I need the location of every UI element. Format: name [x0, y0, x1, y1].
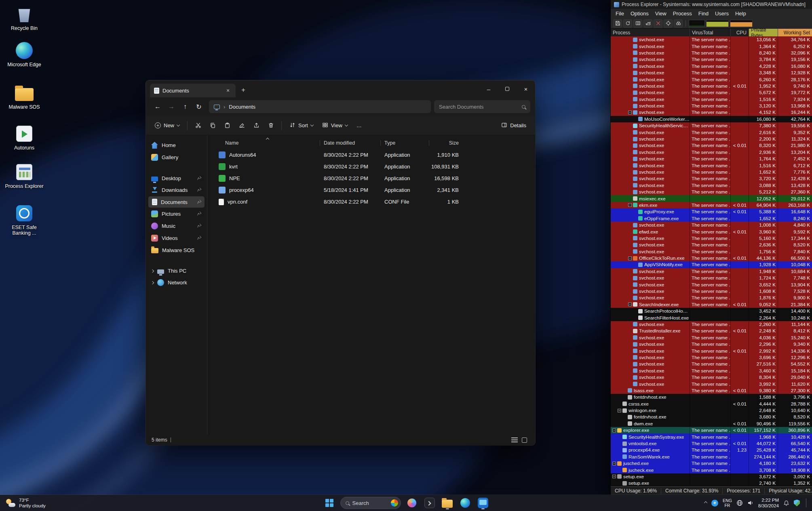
- tray-icon-security[interactable]: [794, 500, 800, 507]
- copy-button[interactable]: [206, 119, 219, 132]
- process-row[interactable]: svchost.exeThe server name ...3,696 K12,…: [611, 354, 812, 361]
- process-row[interactable]: vmtoolsd.exeThe server name ...< 0.0144,…: [611, 440, 812, 447]
- process-row[interactable]: svchost.exeThe server name ...5,160 K17,…: [611, 235, 812, 242]
- process-row[interactable]: AppVShNotify.exeThe server name ...1,928…: [611, 261, 812, 268]
- chevron-right-icon[interactable]: [151, 269, 154, 272]
- details-view-icon[interactable]: [511, 437, 518, 442]
- process-row[interactable]: −winlogon.exe2,648 K10,640 K: [611, 407, 812, 414]
- more-options-button[interactable]: …: [352, 120, 366, 131]
- new-button[interactable]: + New: [151, 120, 183, 131]
- column-header-working-set[interactable]: Working Set: [778, 29, 812, 36]
- column-header-name[interactable]: Name: [215, 137, 320, 149]
- taskbar-clock[interactable]: 2:22 PM 8/30/2024: [758, 497, 779, 509]
- process-row[interactable]: svchost.exeThe server name ...5,212 K27,…: [611, 189, 812, 195]
- process-row[interactable]: setup.exe2,740 K1,352 K: [611, 480, 812, 486]
- find-handle-button[interactable]: [674, 19, 683, 27]
- process-row[interactable]: svchost.exeThe server name ...< 0.012,99…: [611, 347, 812, 354]
- copilot-button[interactable]: [405, 496, 419, 510]
- process-row[interactable]: svchost.exeThe server name ...27,516 K54…: [611, 361, 812, 367]
- tray-icon-eset[interactable]: e: [711, 500, 718, 507]
- process-row[interactable]: svchost.exeThe server name ...1,652 K7,7…: [611, 169, 812, 175]
- close-button[interactable]: ×: [517, 80, 535, 97]
- menu-find[interactable]: Find: [695, 11, 712, 17]
- tree-collapse-icon[interactable]: −: [612, 429, 616, 432]
- tree-collapse-icon[interactable]: −: [628, 303, 632, 306]
- io-graph[interactable]: [730, 20, 753, 27]
- process-row[interactable]: svchost.exeThe server name ...1,516 K6,7…: [611, 162, 812, 168]
- minimize-button[interactable]: –: [479, 80, 498, 97]
- volume-icon[interactable]: [747, 500, 754, 506]
- process-row[interactable]: −svchost.exeThe server name ...4,152 K16…: [611, 109, 812, 116]
- refresh-button[interactable]: ↻: [192, 100, 206, 113]
- process-row[interactable]: svchost.exeThe server name ...1,876 K9,9…: [611, 294, 812, 301]
- process-row[interactable]: svchost.exeThe server name ...3,088 K13,…: [611, 182, 812, 189]
- explorer-tab-documents[interactable]: Documents ×: [150, 84, 236, 97]
- process-row[interactable]: svchost.exeThe server name ...1,764 K7,4…: [611, 156, 812, 162]
- process-row[interactable]: csrss.exe< 0.014,444 K28,788 K: [611, 400, 812, 407]
- process-row[interactable]: −setup.exe3,672 K3,092 K: [611, 473, 812, 480]
- process-row[interactable]: svchost.exeThe server name ...1,008 K4,8…: [611, 222, 812, 228]
- sidebar-item-malware-sos[interactable]: Malware SOS: [148, 244, 205, 256]
- process-row[interactable]: svchost.exeThe server name ...4,036 K15,…: [611, 334, 812, 341]
- process-row[interactable]: svchost.exeThe server name ...6,260 K28,…: [611, 76, 812, 82]
- menu-options[interactable]: Options: [627, 11, 652, 17]
- process-row[interactable]: svchost.exeThe server name ...13,056 K34…: [611, 36, 812, 43]
- process-row[interactable]: svchost.exeThe server name ...3,460 K15,…: [611, 368, 812, 374]
- process-row[interactable]: eguiProxy.exeThe server name ...< 0.015,…: [611, 208, 812, 215]
- file-row[interactable]: vpn.conf8/30/2024 2:22 PMCONF File1 KB: [215, 196, 535, 208]
- menu-file[interactable]: File: [612, 11, 627, 17]
- process-row[interactable]: msiexec.exe12,052 K29,012 K: [611, 195, 812, 202]
- sidebar-item-network[interactable]: Network: [148, 277, 205, 288]
- sidebar-item-desktop[interactable]: Desktop: [148, 173, 205, 184]
- menu-help[interactable]: Help: [732, 11, 749, 17]
- taskbar-search[interactable]: Search: [340, 497, 401, 509]
- column-header-size[interactable]: Size: [429, 137, 469, 149]
- process-row[interactable]: svchost.exeThe server name ...1,516 K7,9…: [611, 96, 812, 103]
- tree-collapse-icon[interactable]: −: [628, 111, 632, 114]
- desktop-icon-eset[interactable]: ESET Safe Banking ...: [4, 204, 44, 236]
- cpu-graph[interactable]: [689, 20, 705, 27]
- column-header-virustotal[interactable]: VirusTotal: [690, 29, 731, 36]
- breadcrumb[interactable]: › Documents: [209, 100, 431, 113]
- tree-collapse-icon[interactable]: −: [628, 203, 632, 207]
- weather-widget[interactable]: 73°F Partly cloudy: [0, 495, 51, 511]
- save-button[interactable]: [613, 19, 622, 27]
- tree-collapse-icon[interactable]: −: [628, 257, 632, 260]
- process-row[interactable]: TrustedInstaller.exeThe server name ...<…: [611, 328, 812, 334]
- process-row[interactable]: svchost.exeThe server name ...1,948 K10,…: [611, 268, 812, 275]
- process-row[interactable]: fontdrvhost.exe1,588 K3,796 K: [611, 394, 812, 400]
- maximize-button[interactable]: [498, 80, 517, 97]
- process-row[interactable]: svchost.exeThe server name ...1,364 K6,2…: [611, 43, 812, 49]
- tray-overflow-chevron-icon[interactable]: [704, 501, 707, 505]
- tab-close-icon[interactable]: ×: [224, 87, 232, 94]
- file-row[interactable]: Autoruns648/30/2024 2:22 PMApplication1,…: [215, 149, 535, 161]
- process-row[interactable]: svchost.exeThe server name ...3,720 K12,…: [611, 175, 812, 182]
- process-row[interactable]: efwd.exeThe server name ...< 0.013,960 K…: [611, 228, 812, 235]
- sidebar-item-music[interactable]: Music: [148, 220, 205, 232]
- new-tab-button[interactable]: +: [241, 86, 245, 94]
- process-row[interactable]: svchost.exeThe server name ...8,304 K29,…: [611, 374, 812, 381]
- process-row[interactable]: svchost.exeThe server name ...1,756 K7,8…: [611, 248, 812, 255]
- search-input[interactable]: Search Documents: [434, 100, 530, 113]
- process-row[interactable]: svchost.exeThe server name ...1,608 K7,5…: [611, 288, 812, 294]
- column-header-process[interactable]: Process: [611, 29, 690, 36]
- process-row[interactable]: SearchFilterHost.exe2,264 K10,248 K: [611, 314, 812, 321]
- process-row[interactable]: svchost.exeThe server name ...8,240 K32,…: [611, 50, 812, 56]
- menu-users[interactable]: Users: [712, 11, 732, 17]
- process-row[interactable]: svchost.exeThe server name ...2,636 K8,5…: [611, 242, 812, 248]
- details-pane-button[interactable]: Details: [497, 119, 530, 132]
- desktop-icon-folder[interactable]: Malware SOS: [4, 84, 44, 110]
- process-row[interactable]: −SearchIndexer.exeThe server name ...< 0…: [611, 301, 812, 308]
- process-row[interactable]: svchost.exeThe server name ...3,992 K11,…: [611, 381, 812, 387]
- process-row[interactable]: svchost.exeThe server name ...2,936 K13,…: [611, 149, 812, 156]
- terminal-app-button[interactable]: [423, 496, 437, 510]
- process-row[interactable]: MoUsoCoreWorker.exe16,080 K42,764 K: [611, 116, 812, 122]
- chevron-right-icon[interactable]: [151, 281, 154, 284]
- desktop-icon-autoruns[interactable]: Autoruns: [4, 124, 44, 151]
- column-header-type[interactable]: Type: [380, 137, 429, 149]
- tree-collapse-icon[interactable]: −: [612, 462, 616, 465]
- process-row[interactable]: svchost.exeThe server name ...3,652 K13,…: [611, 281, 812, 288]
- process-row[interactable]: fontdrvhost.exe3,680 K8,520 K: [611, 414, 812, 420]
- desktop-icon-recycle[interactable]: Recycle Bin: [4, 5, 44, 31]
- process-row[interactable]: svchost.exeThe server name ...3,784 K19,…: [611, 56, 812, 63]
